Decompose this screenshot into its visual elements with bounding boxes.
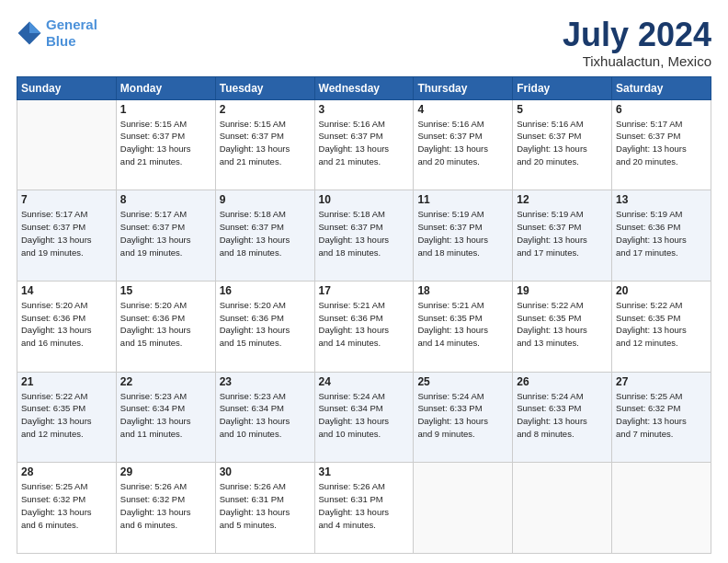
day-number: 14 (21, 284, 112, 297)
day-number: 30 (220, 465, 311, 478)
header-cell-sunday: Sunday (17, 76, 117, 99)
day-number: 2 (220, 103, 311, 116)
day-info: Sunrise: 5:19 AM Sunset: 6:37 PM Dayligh… (417, 208, 508, 259)
day-info: Sunrise: 5:20 AM Sunset: 6:36 PM Dayligh… (220, 299, 311, 350)
header-cell-saturday: Saturday (612, 76, 711, 99)
calendar-cell: 4Sunrise: 5:16 AM Sunset: 6:37 PM Daylig… (414, 99, 513, 190)
day-number: 4 (417, 103, 508, 116)
calendar-cell: 11Sunrise: 5:19 AM Sunset: 6:37 PM Dayli… (414, 190, 513, 282)
calendar-cell: 18Sunrise: 5:21 AM Sunset: 6:35 PM Dayli… (414, 281, 513, 372)
day-number: 11 (417, 193, 508, 206)
subtitle: Tixhualactun, Mexico (563, 53, 711, 69)
day-info: Sunrise: 5:17 AM Sunset: 6:37 PM Dayligh… (616, 118, 707, 168)
day-info: Sunrise: 5:25 AM Sunset: 6:32 PM Dayligh… (616, 390, 707, 441)
svg-marker-1 (29, 22, 40, 33)
main-title: July 2024 (563, 17, 711, 53)
calendar-cell: 26Sunrise: 5:24 AM Sunset: 6:33 PM Dayli… (513, 372, 612, 463)
day-number: 24 (319, 375, 410, 388)
day-info: Sunrise: 5:26 AM Sunset: 6:32 PM Dayligh… (120, 480, 211, 531)
day-info: Sunrise: 5:16 AM Sunset: 6:37 PM Dayligh… (319, 118, 410, 168)
calendar-cell: 9Sunrise: 5:18 AM Sunset: 6:37 PM Daylig… (215, 190, 314, 282)
day-info: Sunrise: 5:24 AM Sunset: 6:33 PM Dayligh… (417, 390, 508, 441)
day-number: 9 (220, 193, 311, 206)
calendar-cell: 24Sunrise: 5:24 AM Sunset: 6:34 PM Dayli… (314, 372, 414, 463)
day-info: Sunrise: 5:20 AM Sunset: 6:36 PM Dayligh… (21, 299, 112, 350)
day-info: Sunrise: 5:22 AM Sunset: 6:35 PM Dayligh… (616, 299, 707, 350)
calendar-header-row: SundayMondayTuesdayWednesdayThursdayFrid… (17, 76, 711, 99)
header-cell-thursday: Thursday (414, 76, 513, 99)
day-info: Sunrise: 5:15 AM Sunset: 6:37 PM Dayligh… (220, 118, 311, 168)
day-info: Sunrise: 5:22 AM Sunset: 6:35 PM Dayligh… (21, 390, 112, 441)
day-info: Sunrise: 5:18 AM Sunset: 6:37 PM Dayligh… (319, 208, 410, 259)
day-number: 6 (616, 103, 707, 116)
calendar-week-row: 14Sunrise: 5:20 AM Sunset: 6:36 PM Dayli… (17, 281, 711, 372)
day-info: Sunrise: 5:21 AM Sunset: 6:35 PM Dayligh… (417, 299, 508, 350)
logo: General Blue (17, 17, 97, 50)
day-info: Sunrise: 5:21 AM Sunset: 6:36 PM Dayligh… (319, 299, 410, 350)
day-number: 15 (120, 284, 211, 297)
day-info: Sunrise: 5:19 AM Sunset: 6:36 PM Dayligh… (616, 208, 707, 259)
day-info: Sunrise: 5:19 AM Sunset: 6:37 PM Dayligh… (517, 208, 608, 259)
calendar-cell: 1Sunrise: 5:15 AM Sunset: 6:37 PM Daylig… (116, 99, 215, 190)
day-number: 20 (616, 284, 707, 297)
day-number: 18 (417, 284, 508, 297)
day-info: Sunrise: 5:17 AM Sunset: 6:37 PM Dayligh… (21, 208, 112, 259)
calendar-week-row: 28Sunrise: 5:25 AM Sunset: 6:32 PM Dayli… (17, 463, 711, 554)
calendar-week-row: 7Sunrise: 5:17 AM Sunset: 6:37 PM Daylig… (17, 190, 711, 282)
calendar-cell: 21Sunrise: 5:22 AM Sunset: 6:35 PM Dayli… (17, 372, 117, 463)
calendar-cell: 16Sunrise: 5:20 AM Sunset: 6:36 PM Dayli… (215, 281, 314, 372)
calendar-cell: 13Sunrise: 5:19 AM Sunset: 6:36 PM Dayli… (612, 190, 711, 282)
day-number: 7 (21, 193, 112, 206)
day-number: 8 (120, 193, 211, 206)
day-info: Sunrise: 5:20 AM Sunset: 6:36 PM Dayligh… (120, 299, 211, 350)
calendar-week-row: 21Sunrise: 5:22 AM Sunset: 6:35 PM Dayli… (17, 372, 711, 463)
header-cell-friday: Friday (513, 76, 612, 99)
calendar-cell (17, 99, 117, 190)
logo-icon (17, 20, 42, 46)
day-number: 3 (319, 103, 410, 116)
calendar-cell (513, 463, 612, 554)
day-number: 5 (517, 103, 608, 116)
calendar-cell: 30Sunrise: 5:26 AM Sunset: 6:31 PM Dayli… (215, 463, 314, 554)
calendar-table: SundayMondayTuesdayWednesdayThursdayFrid… (17, 76, 711, 554)
day-number: 19 (517, 284, 608, 297)
day-number: 23 (220, 375, 311, 388)
day-number: 26 (517, 375, 608, 388)
header-cell-monday: Monday (116, 76, 215, 99)
calendar-cell: 17Sunrise: 5:21 AM Sunset: 6:36 PM Dayli… (314, 281, 414, 372)
day-info: Sunrise: 5:25 AM Sunset: 6:32 PM Dayligh… (21, 480, 112, 531)
day-number: 13 (616, 193, 707, 206)
logo-text: General Blue (46, 17, 97, 50)
day-info: Sunrise: 5:17 AM Sunset: 6:37 PM Dayligh… (120, 208, 211, 259)
calendar-cell: 5Sunrise: 5:16 AM Sunset: 6:37 PM Daylig… (513, 99, 612, 190)
day-number: 29 (120, 465, 211, 478)
calendar-cell: 12Sunrise: 5:19 AM Sunset: 6:37 PM Dayli… (513, 190, 612, 282)
page: General Blue July 2024 Tixhualactun, Mex… (0, 0, 728, 563)
day-number: 17 (319, 284, 410, 297)
title-block: July 2024 Tixhualactun, Mexico (563, 17, 711, 69)
header: General Blue July 2024 Tixhualactun, Mex… (17, 17, 711, 69)
calendar-cell: 28Sunrise: 5:25 AM Sunset: 6:32 PM Dayli… (17, 463, 117, 554)
day-number: 25 (417, 375, 508, 388)
day-info: Sunrise: 5:16 AM Sunset: 6:37 PM Dayligh… (417, 118, 508, 168)
calendar-cell: 8Sunrise: 5:17 AM Sunset: 6:37 PM Daylig… (116, 190, 215, 282)
day-number: 28 (21, 465, 112, 478)
calendar-cell: 23Sunrise: 5:23 AM Sunset: 6:34 PM Dayli… (215, 372, 314, 463)
calendar-cell: 7Sunrise: 5:17 AM Sunset: 6:37 PM Daylig… (17, 190, 117, 282)
day-number: 22 (120, 375, 211, 388)
day-info: Sunrise: 5:23 AM Sunset: 6:34 PM Dayligh… (220, 390, 311, 441)
calendar-cell: 2Sunrise: 5:15 AM Sunset: 6:37 PM Daylig… (215, 99, 314, 190)
day-info: Sunrise: 5:18 AM Sunset: 6:37 PM Dayligh… (220, 208, 311, 259)
calendar-cell: 10Sunrise: 5:18 AM Sunset: 6:37 PM Dayli… (314, 190, 414, 282)
calendar-cell: 20Sunrise: 5:22 AM Sunset: 6:35 PM Dayli… (612, 281, 711, 372)
day-info: Sunrise: 5:24 AM Sunset: 6:34 PM Dayligh… (319, 390, 410, 441)
day-info: Sunrise: 5:26 AM Sunset: 6:31 PM Dayligh… (220, 480, 311, 531)
calendar-week-row: 1Sunrise: 5:15 AM Sunset: 6:37 PM Daylig… (17, 99, 711, 190)
calendar-cell (612, 463, 711, 554)
day-number: 21 (21, 375, 112, 388)
calendar-cell: 29Sunrise: 5:26 AM Sunset: 6:32 PM Dayli… (116, 463, 215, 554)
calendar-cell: 22Sunrise: 5:23 AM Sunset: 6:34 PM Dayli… (116, 372, 215, 463)
day-number: 12 (517, 193, 608, 206)
day-number: 27 (616, 375, 707, 388)
header-cell-wednesday: Wednesday (314, 76, 414, 99)
